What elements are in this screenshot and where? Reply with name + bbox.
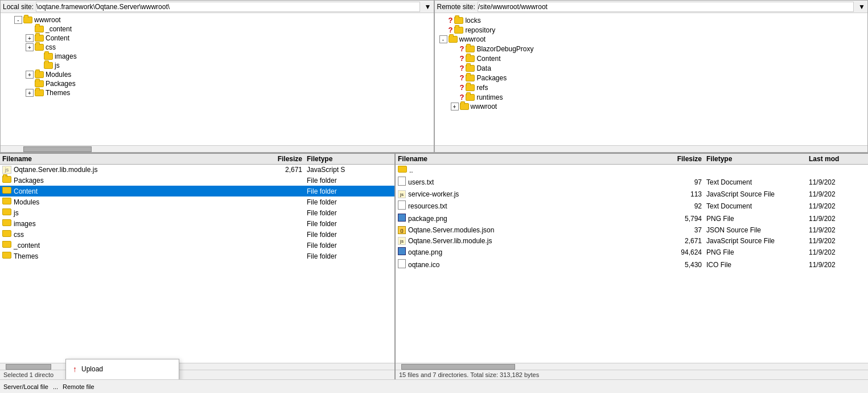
local-filetype: File folder: [307, 252, 392, 260]
local-file-row[interactable]: css File folder: [0, 229, 394, 240]
remote-site-path[interactable]: [478, 2, 854, 12]
remote-filename: Oqtane.Server.modules.json: [408, 226, 655, 234]
remote-file-row[interactable]: js service-worker.js 113 JavaScript Sour…: [396, 189, 868, 199]
local-file-row[interactable]: js Oqtane.Server.lib.module.js 2,671 Jav…: [0, 165, 394, 175]
local-file-row-selected[interactable]: Content File folder: [0, 186, 394, 197]
tree-item-refs[interactable]: ? refs: [435, 83, 868, 92]
local-file-row[interactable]: Modules File folder: [0, 197, 394, 207]
remote-file-row-dotdot[interactable]: ..: [396, 165, 868, 175]
local-file-row[interactable]: images File folder: [0, 218, 394, 229]
remote-filename: resources.txt: [408, 202, 655, 210]
expand-css[interactable]: +: [26, 43, 34, 51]
question-icon-runtimes: ?: [460, 93, 464, 101]
local-site-path[interactable]: [36, 2, 420, 12]
remote-file-row[interactable]: resources.txt 92 Text Document 11/9/202: [396, 199, 868, 212]
remote-file-row[interactable]: package.png 5,794 PNG File 11/9/202: [396, 212, 868, 224]
local-file-row[interactable]: js File folder: [0, 207, 394, 218]
remote-filetype: PNG File: [706, 248, 809, 256]
remote-filename: service-worker.js: [408, 190, 655, 198]
js-file-icon: js: [2, 166, 11, 174]
transfer-right-text: Remote file: [63, 383, 94, 390]
local-files-scrollbar-thumb[interactable]: [6, 364, 51, 370]
expand-wwwroot[interactable]: -: [14, 16, 22, 24]
local-files-scrollbar[interactable]: [0, 363, 394, 370]
local-file-list[interactable]: js Oqtane.Server.lib.module.js 2,671 Jav…: [0, 165, 394, 363]
expand-wwwroot2[interactable]: +: [451, 103, 459, 110]
folder-icon-wwwroot2: [460, 103, 469, 110]
remote-lastmod: 11/9/202: [809, 215, 866, 223]
local-filetype: File folder: [307, 198, 392, 206]
local-file-row[interactable]: _content File folder: [0, 240, 394, 251]
tree-item-Content[interactable]: + Content: [1, 34, 434, 43]
tree-item-BlazorDebugProxy[interactable]: ? BlazorDebugProxy: [435, 44, 868, 54]
remote-site-label: Remote site:: [437, 3, 475, 11]
tree-item-locks[interactable]: ? locks: [435, 15, 868, 25]
folder-icon-Content: [35, 35, 44, 42]
tree-item-images[interactable]: images: [1, 52, 434, 61]
remote-tree-area[interactable]: ? locks ? repository - wwwroot: [435, 13, 868, 145]
tree-item-runtimes[interactable]: ? runtimes: [435, 92, 868, 102]
remote-filesize: 37: [655, 226, 706, 234]
remote-file-row[interactable]: js Oqtane.Server.lib.module.js 2,671 Jav…: [396, 235, 868, 246]
remote-files-scrollbar-thumb[interactable]: [401, 364, 515, 370]
tree-item-repository[interactable]: ? repository: [435, 25, 868, 35]
folder-icon-locks: [454, 17, 463, 24]
tree-item-Packages-remote[interactable]: ? Packages: [435, 73, 868, 83]
local-filesize: 2,671: [261, 166, 307, 174]
tree-item-wwwroot2[interactable]: + wwwroot: [435, 102, 868, 111]
tree-label-wwwroot-remote: wwwroot: [459, 35, 486, 43]
tree-item-css[interactable]: + css: [1, 43, 434, 52]
folder-file-icon-selected: [2, 187, 11, 195]
local-col-filetype: Filetype: [307, 155, 392, 163]
local-tree-scrollbar-thumb[interactable]: [23, 146, 92, 152]
local-filetype: File folder: [307, 220, 392, 228]
remote-tree-scrollbar[interactable]: [435, 145, 868, 152]
context-menu-upload[interactable]: ↑ Upload: [66, 362, 179, 376]
local-file-row[interactable]: Packages File folder: [0, 175, 394, 186]
tree-item-Packages[interactable]: Packages: [1, 79, 434, 88]
tree-item-wwwroot[interactable]: - wwwroot: [1, 15, 434, 24]
local-tree-scrollbar[interactable]: [1, 145, 434, 152]
local-site-dropdown[interactable]: ▼: [425, 3, 431, 11]
tree-item-Modules[interactable]: + Modules: [1, 70, 434, 79]
remote-filesize: 97: [655, 178, 706, 186]
tree-label-wwwroot: wwwroot: [34, 16, 61, 24]
remote-file-list[interactable]: .. users.txt 97 Text Document 11/9/202: [396, 165, 868, 363]
remote-file-row[interactable]: oqtane.ico 5,430 ICO File 11/9/202: [396, 258, 868, 271]
expand-Content[interactable]: +: [26, 34, 34, 42]
expand-Themes[interactable]: +: [26, 89, 34, 97]
local-filetype: JavaScript S: [307, 166, 392, 174]
remote-site-dropdown[interactable]: ▼: [858, 3, 865, 11]
top-panes: Local site: ▼ - wwwroot _content: [0, 0, 868, 154]
ico-file-icon: [398, 259, 406, 270]
transfer-left-text: Server/Local file: [3, 383, 48, 390]
tree-label-Content: Content: [46, 34, 69, 42]
tree-item-Data[interactable]: ? Data: [435, 63, 868, 73]
local-tree-area[interactable]: - wwwroot _content + Content: [1, 13, 434, 145]
remote-filename: Oqtane.Server.lib.module.js: [408, 237, 655, 245]
question-icon-Content-remote: ?: [460, 54, 464, 63]
folder-file-icon: [398, 166, 407, 174]
remote-files-header: Filename Filesize Filetype Last mod: [396, 154, 868, 165]
local-filename: _content: [14, 241, 261, 249]
remote-files-scrollbar[interactable]: [396, 363, 868, 370]
local-filename: css: [14, 231, 261, 239]
tree-item-content-under[interactable]: _content: [1, 24, 434, 34]
tree-item-wwwroot-remote[interactable]: - wwwroot: [435, 35, 868, 44]
folder-icon-Modules: [35, 71, 44, 78]
tree-item-Themes[interactable]: + Themes: [1, 88, 434, 97]
local-file-row-themes[interactable]: Themes File folder: [0, 251, 394, 261]
tree-label-content-under: _content: [46, 25, 72, 33]
remote-file-row[interactable]: users.txt 97 Text Document 11/9/202: [396, 175, 868, 189]
question-icon-refs: ?: [460, 83, 464, 92]
expand-Modules[interactable]: +: [26, 71, 34, 79]
context-menu-add-to-queue[interactable]: ↓ Add files to queue: [66, 376, 179, 379]
tree-item-Content-remote[interactable]: ? Content: [435, 54, 868, 63]
remote-filetype: Text Document: [706, 202, 809, 210]
tree-label-Content-remote: Content: [476, 55, 500, 63]
expand-wwwroot-remote[interactable]: -: [439, 35, 447, 43]
remote-file-row[interactable]: {} Oqtane.Server.modules.json 37 JSON So…: [396, 224, 868, 235]
local-status-text: Selected 1 directo: [3, 371, 54, 378]
tree-item-js[interactable]: js: [1, 61, 434, 70]
remote-file-row[interactable]: oqtane.png 94,624 PNG File 11/9/202: [396, 246, 868, 258]
